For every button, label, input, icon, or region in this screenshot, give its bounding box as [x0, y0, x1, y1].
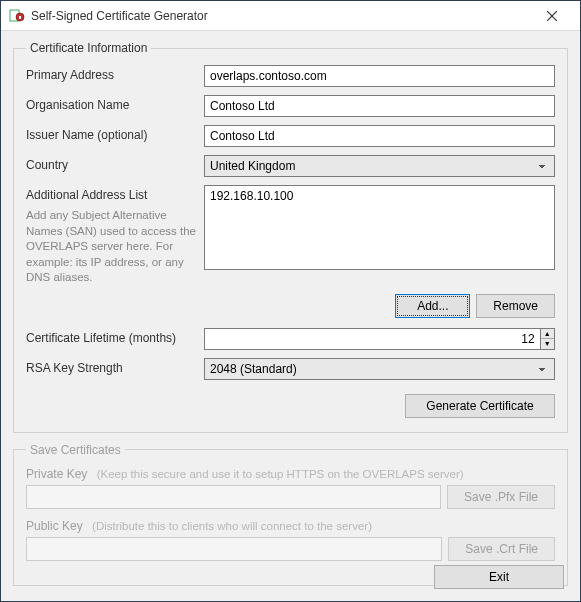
rsa-label: RSA Key Strength	[26, 358, 196, 375]
addr-list-textarea[interactable]: 192.168.10.100	[204, 185, 555, 270]
window-title: Self-Signed Certificate Generator	[31, 9, 532, 23]
close-button[interactable]	[532, 2, 572, 30]
generate-certificate-button[interactable]: Generate Certificate	[405, 394, 555, 418]
titlebar: Self-Signed Certificate Generator	[1, 1, 580, 31]
public-key-label: Public Key	[26, 519, 83, 533]
private-key-label: Private Key	[26, 467, 87, 481]
private-key-input	[26, 485, 441, 509]
lifetime-input[interactable]	[204, 328, 540, 350]
spinner-up-icon[interactable]: ▲	[541, 329, 554, 340]
issuer-name-input[interactable]	[204, 125, 555, 147]
primary-address-input[interactable]	[204, 65, 555, 87]
content-area: Certificate Information Primary Address …	[1, 31, 580, 601]
close-icon	[547, 11, 557, 21]
app-icon	[9, 8, 25, 24]
primary-address-label: Primary Address	[26, 65, 196, 82]
addr-list-helper: Add any Subject Alternative Names (SAN) …	[26, 208, 196, 286]
org-name-label: Organisation Name	[26, 95, 196, 112]
country-label: Country	[26, 155, 196, 172]
country-select[interactable]: United Kingdom	[204, 155, 555, 177]
save-pfx-button: Save .Pfx File	[447, 485, 555, 509]
save-certificates-legend: Save Certificates	[26, 443, 125, 457]
public-key-input	[26, 537, 442, 561]
lifetime-label: Certificate Lifetime (months)	[26, 328, 196, 345]
public-key-hint: (Distribute this to clients who will con…	[92, 520, 372, 532]
issuer-name-label: Issuer Name (optional)	[26, 125, 196, 142]
exit-button[interactable]: Exit	[434, 565, 564, 589]
svg-rect-2	[19, 16, 21, 19]
private-key-hint: (Keep this secure and use it to setup HT…	[97, 468, 464, 480]
certificate-info-legend: Certificate Information	[26, 41, 151, 55]
spinner-down-icon[interactable]: ▼	[541, 339, 554, 349]
addr-list-label: Additional Address List	[26, 185, 196, 202]
remove-button[interactable]: Remove	[476, 294, 555, 318]
org-name-input[interactable]	[204, 95, 555, 117]
save-crt-button: Save .Crt File	[448, 537, 555, 561]
lifetime-spinner[interactable]: ▲ ▼	[540, 328, 555, 350]
certificate-info-group: Certificate Information Primary Address …	[13, 41, 568, 433]
rsa-select[interactable]: 2048 (Standard)	[204, 358, 555, 380]
add-button[interactable]: Add...	[395, 294, 470, 318]
